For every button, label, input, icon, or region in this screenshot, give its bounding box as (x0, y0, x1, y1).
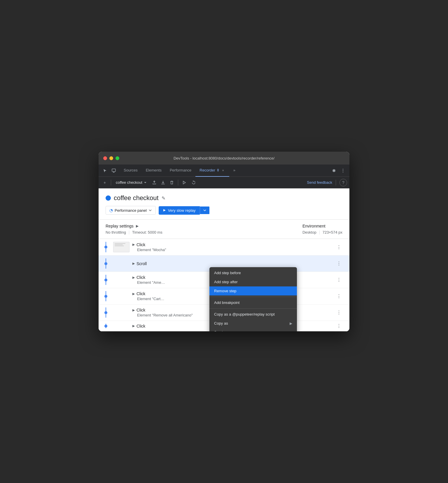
new-recording-button[interactable]: + (101, 179, 108, 186)
timeline-dot (104, 325, 107, 328)
play-button[interactable] (181, 179, 188, 186)
tab-sources[interactable]: Sources (120, 164, 142, 177)
step-expand-arrow[interactable]: ▶ (132, 262, 135, 265)
step-expand-arrow[interactable]: ▶ (132, 308, 135, 312)
step-menu-button[interactable]: ⋮ (335, 276, 342, 284)
tabs-list: Sources Elements Performance Recorder 🎙 … (120, 164, 329, 177)
devtools-tabs-bar: Sources Elements Performance Recorder 🎙 … (99, 164, 349, 177)
toolbar-divider-2 (178, 180, 178, 186)
environment-values-row: Desktop 723×574 px (302, 230, 342, 235)
recorder-badge: 🎙 (216, 168, 220, 172)
settings-two-col: Replay settings ▶ No throttling Timeout:… (106, 224, 342, 235)
step-expand-arrow[interactable]: ▶ (132, 324, 135, 328)
chevron-down-icon (144, 181, 147, 184)
step-menu-button[interactable]: ⋮ (335, 293, 342, 300)
import-button[interactable] (159, 179, 167, 186)
environment-title: Environment (302, 224, 342, 228)
step-expand-arrow[interactable]: ▶ (132, 243, 135, 246)
tab-recorder-close[interactable]: × (221, 168, 225, 172)
recorder-toolbar: + coffee checkout (99, 177, 349, 188)
inspect-icon[interactable] (110, 167, 118, 175)
import-icon (161, 181, 165, 185)
tab-recorder[interactable]: Recorder 🎙 × (195, 164, 229, 177)
settings-section: Replay settings ▶ No throttling Timeout:… (99, 220, 349, 239)
menu-item-remove[interactable]: Remove step (209, 286, 297, 295)
step-action-row: ▶ Scroll (132, 261, 333, 266)
help-button[interactable]: ? (340, 179, 347, 186)
close-traffic-light[interactable] (103, 156, 107, 160)
step-action-label: Click (136, 308, 145, 312)
performance-panel-button[interactable]: ◔ Performance panel (106, 206, 156, 215)
step-menu-button[interactable]: ⋮ (335, 309, 342, 316)
export-button[interactable] (150, 179, 158, 186)
replay-main-button[interactable]: Very slow replay (159, 206, 200, 215)
devtools-window: DevTools - localhost:8080/docs/devtools/… (99, 152, 349, 331)
settings-values-row: No throttling Timeout: 5000 ms (106, 230, 162, 235)
menu-separator-1 (209, 297, 297, 297)
menu-item-copy-puppeteer[interactable]: Copy as a @puppeteer/replay script (209, 310, 297, 319)
replay-chevron-icon (203, 209, 206, 212)
env-value: Desktop (302, 230, 316, 235)
minimize-traffic-light[interactable] (109, 156, 113, 160)
menu-item-add-after[interactable]: Add step after (209, 277, 297, 286)
throttling-value: No throttling (106, 230, 126, 235)
settings-expand-arrow[interactable]: ▶ (136, 224, 139, 228)
tab-elements[interactable]: Elements (142, 164, 166, 177)
step-action-label: Scroll (136, 261, 147, 266)
env-row-divider (319, 230, 320, 235)
maximize-traffic-light[interactable] (116, 156, 119, 160)
step-timeline-4 (99, 307, 113, 318)
settings-icon[interactable] (330, 167, 338, 175)
recording-selector[interactable]: coffee checkout (113, 179, 149, 186)
submenu-arrow: ▶ (290, 321, 292, 326)
step-expand-arrow[interactable]: ▶ (132, 276, 135, 279)
export-icon (152, 181, 156, 185)
titlebar: DevTools - localhost:8080/docs/devtools/… (99, 152, 349, 164)
replay-button-group: Very slow replay (159, 206, 209, 215)
step-item: ▶ Click Element "Mocha" ⋮ (99, 239, 349, 256)
step-thumbnail (113, 242, 130, 252)
svg-point-3 (343, 172, 343, 172)
step-menu-button[interactable]: ⋮ (335, 260, 342, 267)
send-feedback-link[interactable]: Send feedback (307, 180, 332, 185)
context-menu: Add step before Add step after Remove st… (209, 267, 297, 331)
cursor-icon[interactable] (101, 167, 109, 175)
step-action-label: Click (136, 291, 145, 296)
delete-button[interactable] (168, 179, 176, 186)
traffic-lights (103, 156, 119, 160)
svg-point-2 (343, 170, 343, 171)
timeout-value: Timeout: 5000 ms (132, 230, 162, 235)
settings-row-divider (129, 230, 129, 235)
replay-settings-group: Replay settings ▶ No throttling Timeout:… (106, 224, 162, 235)
menu-item-copy-as[interactable]: Copy as ▶ (209, 319, 297, 328)
submenu-arrow-services: ▶ (290, 330, 292, 332)
menu-item-add-before[interactable]: Add step before (209, 268, 297, 277)
recording-status-dot (106, 195, 111, 201)
tab-more[interactable]: » (229, 164, 239, 177)
step-over-button[interactable] (189, 179, 197, 186)
toolbar-divider-3 (336, 180, 336, 186)
delete-icon (170, 181, 174, 185)
step-menu-button[interactable]: ⋮ (335, 323, 342, 330)
recording-controls: ◔ Performance panel Very slow replay (106, 206, 342, 215)
replay-dropdown-button[interactable] (200, 206, 209, 214)
step-action-label: Click (136, 242, 145, 247)
step-action-row: ▶ Click (132, 242, 333, 247)
settings-header: Replay settings ▶ (106, 224, 162, 228)
edit-title-icon[interactable]: ✎ (162, 195, 165, 201)
step-menu-button[interactable]: ⋮ (335, 244, 342, 251)
timeline-dot (104, 295, 107, 298)
tab-performance[interactable]: Performance (166, 164, 195, 177)
perf-dropdown-icon (148, 209, 152, 212)
timeline-dot (104, 311, 107, 314)
step-timeline-2 (99, 275, 113, 285)
menu-item-services[interactable]: Services ▶ (209, 328, 297, 331)
environment-group: Environment Desktop 723×574 px (302, 224, 342, 235)
recording-title-row: coffee checkout ✎ (106, 194, 342, 202)
steps-list: ▶ Click Element "Mocha" ⋮ ▶ Scroll (99, 239, 349, 331)
more-icon[interactable] (339, 167, 347, 175)
step-action-label: Click (136, 275, 145, 280)
menu-item-add-breakpoint[interactable]: Add breakpoint (209, 298, 297, 307)
step-timeline-0 (99, 242, 113, 252)
step-expand-arrow[interactable]: ▶ (132, 292, 135, 296)
